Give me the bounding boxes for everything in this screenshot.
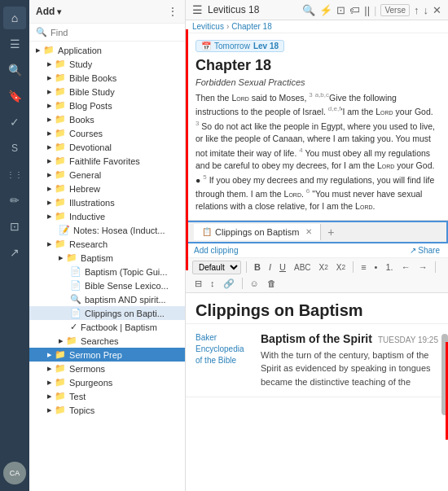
sidebar-item[interactable]: 📄Clippings on Bapti... — [29, 306, 185, 320]
sidebar-item-label: Books — [69, 115, 94, 125]
sidebar-item[interactable]: ▸ 📁Bible Study — [29, 85, 185, 99]
sidebar-item[interactable]: ▸ 📁Faithlife Favorites — [29, 154, 185, 168]
verse-select[interactable]: Verse — [380, 4, 410, 16]
indent-right-button[interactable]: → — [416, 261, 430, 273]
sidebar-item-label: Research — [69, 239, 108, 249]
filter-icon[interactable]: ⊡ — [336, 4, 345, 16]
bold-button[interactable]: B — [252, 261, 263, 273]
sidebar-item[interactable]: ▸ 📁Inductive — [29, 209, 185, 223]
icon-sidebar: ⌂ ☰ 🔍 🔖 ✓ S ⋮⋮ ✏ ⊡ ↗ CA — [0, 0, 29, 491]
folder-icon: ▸ 📁 — [47, 363, 66, 374]
linespace-button[interactable]: ↕ — [208, 278, 217, 289]
sidebar-item[interactable]: ▸ 📁Application — [29, 43, 185, 57]
sidebar-item-label: Bible Study — [69, 87, 115, 97]
sidebar-item[interactable]: ▸ 📁Research — [29, 237, 185, 251]
sidebar-item[interactable]: ▸ 📁Topics — [29, 403, 185, 417]
close-tab-icon[interactable]: ✕ — [305, 227, 312, 236]
sidebar-item[interactable]: ▸ 📁Devotional — [29, 140, 185, 154]
subscript-button[interactable]: X2 — [317, 262, 331, 273]
apps-icon[interactable]: ⋮⋮ — [3, 163, 26, 186]
hamburger-icon[interactable]: ☰ — [192, 3, 203, 16]
numbered-list-button[interactable]: 1. — [383, 261, 395, 273]
home-icon[interactable]: ⌂ — [3, 7, 26, 29]
sidebar-item-label: Spurgeons — [69, 378, 112, 388]
indent-left-button[interactable]: ← — [399, 261, 413, 273]
add-tab-button[interactable]: + — [321, 222, 340, 242]
more-icon[interactable]: ⋮ — [167, 5, 178, 18]
sidebar-item-label: Clippings on Bapti... — [85, 309, 165, 318]
nav-down-icon[interactable]: ↓ — [424, 4, 429, 16]
search-icon: 🔍 — [36, 27, 47, 37]
lightning-icon[interactable]: ⚡ — [319, 4, 332, 16]
folder-icon: ▸ 📁 — [47, 211, 66, 221]
folder-icon: ✓ — [70, 322, 77, 332]
main-title: Leviticus 18 — [208, 4, 297, 15]
library-icon[interactable]: ☰ — [3, 33, 26, 55]
sidebar-item[interactable]: 🔍baptism AND spirit... — [29, 292, 185, 306]
nav-up-icon[interactable]: ↑ — [414, 4, 419, 16]
sidebar-item-label: Devotional — [69, 142, 112, 152]
sidebar-item[interactable]: ▸ 📁Study — [29, 57, 185, 71]
sidebar-item[interactable]: ▸ 📁General — [29, 168, 185, 182]
shield-icon[interactable]: S — [3, 137, 26, 160]
sidebar-item[interactable]: ▸ 📁Sermons — [29, 362, 185, 375]
share-button[interactable]: ↗ Share — [410, 246, 440, 255]
clipping-content: Clippings on Baptism Baker Encyclopedia … — [186, 293, 448, 491]
folder-icon: 📄 — [70, 280, 81, 291]
sidebar-item[interactable]: 📄Baptism (Topic Gui... — [29, 265, 185, 278]
sidebar-item[interactable]: ▸ 📁Courses — [29, 126, 185, 140]
bullet-list-button[interactable]: • — [372, 261, 380, 273]
italic-button[interactable]: I — [266, 261, 274, 273]
sidebar-item[interactable]: 📝Notes: Hosea (Induct... — [29, 223, 185, 237]
sidebar-item[interactable]: ▸ 📁Test — [29, 389, 185, 403]
sidebar-item[interactable]: ▸ 📁Books — [29, 112, 185, 126]
folder-icon: ▸ 📁 — [47, 239, 66, 249]
folder-icon: ▸ 📁 — [47, 72, 66, 83]
sidebar-item[interactable]: ▸ 📁Sermon Prep — [29, 348, 185, 362]
align-left-button[interactable]: ≡ — [358, 261, 368, 273]
sidebar-item[interactable]: ▸ 📁Spurgeons — [29, 375, 185, 389]
delete-button[interactable]: 🗑 — [265, 278, 279, 289]
block-button[interactable]: ⊟ — [192, 278, 204, 290]
search-icon[interactable]: 🔍 — [302, 4, 315, 16]
search-input[interactable] — [51, 28, 178, 37]
pencil-icon[interactable]: ✏ — [3, 189, 26, 212]
superscript-button[interactable]: X2 — [334, 262, 348, 273]
style-select[interactable]: Default — [192, 261, 241, 274]
bookmark-icon[interactable]: 🔖 — [3, 85, 26, 107]
sidebar-item[interactable]: ▸ 📁Blog Posts — [29, 99, 185, 112]
clipping-toolbar: Default B I U ABC X2 X2 ≡ • 1. ← → ⊟ ↕ 🔗… — [186, 258, 448, 293]
columns-icon[interactable]: || — [364, 4, 370, 16]
tag-icon[interactable]: 🏷 — [349, 4, 360, 16]
sidebar-item-label: Searches — [81, 336, 118, 346]
layout-icon[interactable]: ⊡ — [3, 215, 26, 238]
folder-icon: ▸ 📁 — [47, 183, 66, 194]
doc-icon: 📋 — [202, 227, 212, 236]
strikethrough-button[interactable]: ABC — [292, 262, 314, 273]
sidebar-item[interactable]: 📄Bible Sense Lexico... — [29, 278, 185, 292]
sidebar-item[interactable]: ▸ 📁Bible Books — [29, 71, 185, 85]
scrollbar[interactable] — [441, 334, 448, 415]
link-button[interactable]: 🔗 — [221, 278, 237, 290]
emoji-button[interactable]: ☺ — [248, 278, 261, 289]
avatar[interactable]: CA — [3, 462, 26, 484]
breadcrumb-chapter[interactable]: Chapter 18 — [231, 22, 271, 31]
sidebar-item[interactable]: ▸ 📁Illustrations — [29, 195, 185, 209]
folder-icon: ▸ 📁 — [47, 377, 66, 388]
entry-title: Baptism of the Spirit — [261, 332, 372, 345]
folder-icon: ▸ 📁 — [47, 349, 66, 360]
close-icon[interactable]: ✕ — [433, 4, 441, 16]
add-button[interactable]: Add ▾ — [36, 6, 61, 17]
share-icon[interactable]: ↗ — [3, 241, 26, 264]
sidebar-item[interactable]: ▸ 📁Hebrew — [29, 182, 185, 195]
sidebar-item[interactable]: ▸ 📁Searches — [29, 334, 185, 348]
breadcrumb-lev[interactable]: Leviticus — [192, 22, 224, 31]
sidebar-item[interactable]: ✓Factbook | Baptism — [29, 320, 185, 334]
search-icon[interactable]: 🔍 — [3, 59, 26, 81]
add-clipping-label[interactable]: Add clipping — [194, 246, 238, 255]
underline-button[interactable]: U — [277, 261, 288, 273]
panel-header: Add ▾ ⋮ — [29, 0, 185, 24]
sidebar-item[interactable]: ▸ 📁Baptism — [29, 251, 185, 265]
clipping-tab-baptism[interactable]: 📋 Clippings on Baptism ✕ — [194, 224, 321, 240]
check-icon[interactable]: ✓ — [3, 111, 26, 134]
